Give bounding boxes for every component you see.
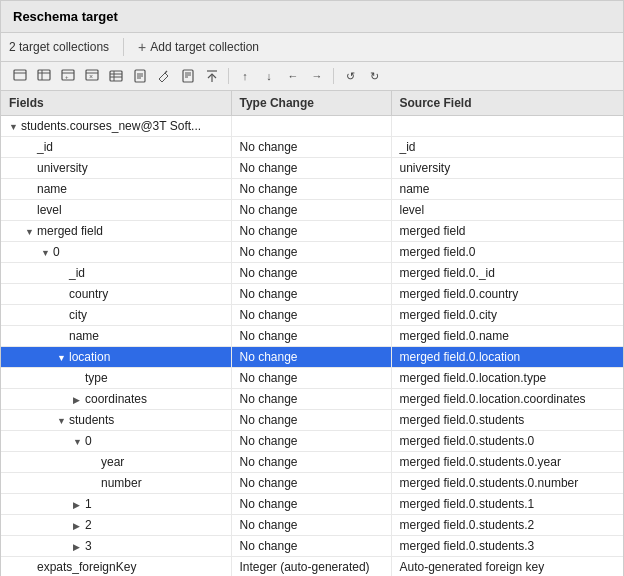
tool-btn-2[interactable] [33, 65, 55, 87]
tool-btn-3[interactable]: + [57, 65, 79, 87]
tool-btn-6[interactable] [129, 65, 151, 87]
window-title: Reschema target [13, 9, 118, 24]
type-change-cell: No change [231, 368, 391, 389]
tree-toggle[interactable] [73, 542, 83, 552]
type-change-cell: No change [231, 347, 391, 368]
arrow-right-icon: → [312, 70, 323, 82]
table-row[interactable]: 0No changemerged field.0 [1, 242, 623, 263]
field-name: type [85, 371, 108, 385]
type-change-cell: No change [231, 494, 391, 515]
source-field-cell: merged field.0.students.0.number [391, 473, 623, 494]
source-field-cell: merged field.0.country [391, 284, 623, 305]
move-down-button[interactable]: ↓ [258, 65, 280, 87]
table-row[interactable]: 3No changemerged field.0.students.3 [1, 536, 623, 557]
table-row[interactable]: merged fieldNo changemerged field [1, 221, 623, 242]
svg-rect-11 [110, 71, 122, 81]
table-row[interactable]: 0No changemerged field.0.students.0 [1, 431, 623, 452]
table-row[interactable]: ▼levelNo changelevel [1, 200, 623, 221]
type-change-cell: No change [231, 179, 391, 200]
type-change-cell: No change [231, 263, 391, 284]
tool-btn-1[interactable] [9, 65, 31, 87]
icon-separator-2 [333, 68, 334, 84]
arrow-left-button[interactable]: ← [282, 65, 304, 87]
tool-btn-4[interactable]: × [81, 65, 103, 87]
table-row[interactable]: studentsNo changemerged field.0.students [1, 410, 623, 431]
field-name: name [37, 182, 67, 196]
type-change-cell: No change [231, 284, 391, 305]
table-row[interactable]: ▼expats_foreignKeyInteger (auto-generate… [1, 557, 623, 577]
add-collection-button[interactable]: + Add target collection [134, 37, 263, 57]
source-field-cell: university [391, 158, 623, 179]
svg-rect-20 [183, 70, 193, 82]
tool-btn-8[interactable] [177, 65, 199, 87]
type-change-cell: No change [231, 473, 391, 494]
source-field-cell [391, 116, 623, 137]
table-row[interactable]: ▼nameNo changemerged field.0.name [1, 326, 623, 347]
source-field-cell: merged field.0.students.0.year [391, 452, 623, 473]
table-row[interactable]: coordinatesNo changemerged field.0.locat… [1, 389, 623, 410]
column-type-change: Type Change [231, 91, 391, 116]
source-field-cell: _id [391, 137, 623, 158]
type-change-cell: No change [231, 389, 391, 410]
field-name: 1 [85, 497, 92, 511]
arrow-right-button[interactable]: → [306, 65, 328, 87]
type-change-cell: No change [231, 200, 391, 221]
source-field-cell: merged field.0.location.type [391, 368, 623, 389]
table-row[interactable]: 2No changemerged field.0.students.2 [1, 515, 623, 536]
undo-button[interactable]: ↺ [339, 65, 361, 87]
svg-rect-0 [14, 70, 26, 80]
table-row[interactable]: ▼_idNo change_id [1, 137, 623, 158]
tree-toggle[interactable] [9, 122, 19, 132]
source-field-cell: merged field.0.city [391, 305, 623, 326]
field-name: 3 [85, 539, 92, 553]
tree-toggle[interactable] [73, 500, 83, 510]
table-header-row: Fields Type Change Source Field [1, 91, 623, 116]
source-field-cell: level [391, 200, 623, 221]
plus-icon: + [138, 39, 146, 55]
type-change-cell: No change [231, 242, 391, 263]
field-name: university [37, 161, 88, 175]
field-name: 0 [85, 434, 92, 448]
move-up-button[interactable]: ↑ [234, 65, 256, 87]
tree-toggle[interactable] [73, 521, 83, 531]
tool-btn-9[interactable] [201, 65, 223, 87]
tool-btn-5[interactable] [105, 65, 127, 87]
tree-toggle[interactable] [57, 416, 67, 426]
arrow-down-icon: ↓ [266, 70, 272, 82]
table-row[interactable]: ▼cityNo changemerged field.0.city [1, 305, 623, 326]
table-row[interactable]: ▼_idNo changemerged field.0._id [1, 263, 623, 284]
tree-toggle[interactable] [25, 227, 35, 237]
field-name: expats_foreignKey [37, 560, 136, 574]
table-row[interactable]: students.courses_new@3T Soft... [1, 116, 623, 137]
field-name: 2 [85, 518, 92, 532]
tree-toggle[interactable] [73, 395, 83, 405]
tool-btn-7[interactable] [153, 65, 175, 87]
table-row[interactable]: locationNo changemerged field.0.location [1, 347, 623, 368]
table-row[interactable]: ▼yearNo changemerged field.0.students.0.… [1, 452, 623, 473]
source-field-cell: merged field.0.students.2 [391, 515, 623, 536]
table-row[interactable]: ▼nameNo changename [1, 179, 623, 200]
tree-toggle[interactable] [41, 248, 51, 258]
source-field-cell: merged field.0.students.3 [391, 536, 623, 557]
column-source-field: Source Field [391, 91, 623, 116]
field-name: coordinates [85, 392, 147, 406]
main-window: Reschema target 2 target collections + A… [0, 0, 624, 576]
field-name: number [101, 476, 142, 490]
field-name: merged field [37, 224, 103, 238]
field-name: country [69, 287, 108, 301]
source-field-cell: merged field [391, 221, 623, 242]
type-change-cell: No change [231, 536, 391, 557]
tree-toggle[interactable] [57, 353, 67, 363]
table-row[interactable]: ▼typeNo changemerged field.0.location.ty… [1, 368, 623, 389]
field-name: _id [69, 266, 85, 280]
table-row[interactable]: ▼numberNo changemerged field.0.students.… [1, 473, 623, 494]
source-field-cell: merged field.0.students [391, 410, 623, 431]
field-name: 0 [53, 245, 60, 259]
table-row[interactable]: 1No changemerged field.0.students.1 [1, 494, 623, 515]
redo-button[interactable]: ↻ [363, 65, 385, 87]
table-row[interactable]: ▼universityNo changeuniversity [1, 158, 623, 179]
tree-toggle[interactable] [73, 437, 83, 447]
field-name: students [69, 413, 114, 427]
type-change-cell: No change [231, 431, 391, 452]
table-row[interactable]: ▼countryNo changemerged field.0.country [1, 284, 623, 305]
